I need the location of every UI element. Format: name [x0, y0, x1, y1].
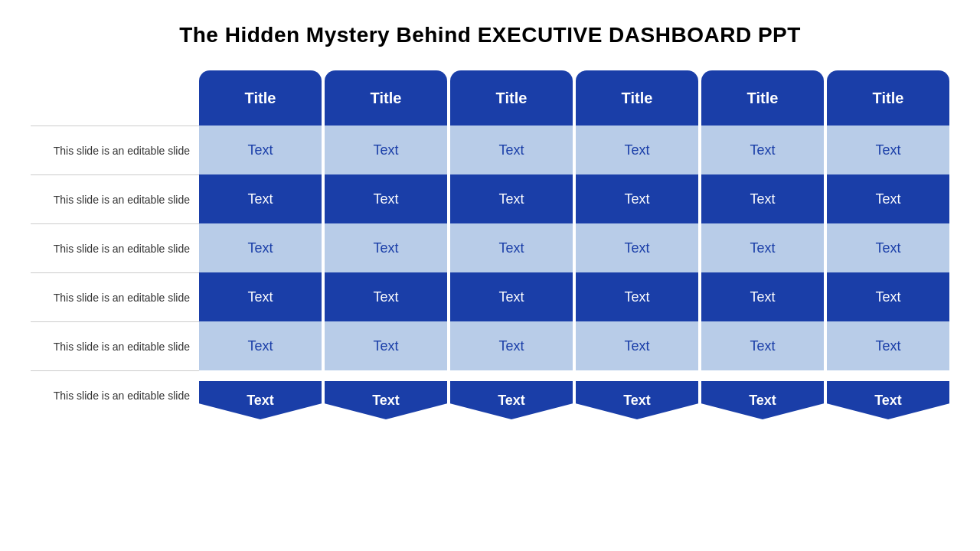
header-row: Title Title Title Title Title Title: [199, 70, 949, 126]
cell-1-3: Text: [576, 174, 698, 223]
data-row-2: Text Text Text Text Text Text: [199, 223, 949, 272]
cell-4-2: Text: [450, 321, 573, 370]
cell-4-5: Text: [827, 321, 949, 370]
arrow-cell-1: Text: [325, 381, 447, 419]
data-row-4: Text Text Text Text Text Text: [199, 321, 949, 370]
page-title: The Hidden Mystery Behind EXECUTIVE DASH…: [179, 23, 801, 47]
cell-3-3: Text: [576, 272, 698, 321]
cell-3-5: Text: [827, 272, 949, 321]
data-row-3: Text Text Text Text Text Text: [199, 272, 949, 321]
cell-0-4: Text: [701, 126, 824, 174]
cell-0-3: Text: [576, 126, 698, 174]
cell-1-1: Text: [325, 174, 447, 223]
cell-4-0: Text: [199, 321, 322, 370]
arrow-cell-0: Text: [199, 381, 322, 419]
cell-0-0: Text: [199, 126, 322, 174]
cell-2-2: Text: [450, 223, 573, 272]
grid-area: Title Title Title Title Title Title Text…: [199, 70, 949, 419]
cell-0-1: Text: [325, 126, 447, 174]
cell-4-4: Text: [701, 321, 824, 370]
label-row: This slide is an editable slide: [31, 174, 199, 223]
header-cell-1: Title: [325, 70, 447, 126]
cell-0-2: Text: [450, 126, 573, 174]
header-cell-3: Title: [576, 70, 698, 126]
cell-1-5: Text: [827, 174, 949, 223]
arrow-cell-5: Text: [827, 381, 949, 419]
data-row-0: Text Text Text Text Text Text: [199, 126, 949, 174]
table-container: This slide is an editable slide This sli…: [31, 70, 949, 419]
cell-3-1: Text: [325, 272, 447, 321]
data-rows: Text Text Text Text Text Text Text Text …: [199, 126, 949, 381]
label-row: This slide is an editable slide: [31, 272, 199, 321]
cell-2-5: Text: [827, 223, 949, 272]
header-cell-2: Title: [450, 70, 573, 126]
cell-2-4: Text: [701, 223, 824, 272]
left-labels: This slide is an editable slide This sli…: [31, 70, 199, 419]
cell-1-2: Text: [450, 174, 573, 223]
arrow-cell-3: Text: [576, 381, 698, 419]
label-row: This slide is an editable slide: [31, 321, 199, 370]
arrow-cell-4: Text: [701, 381, 824, 419]
cell-3-2: Text: [450, 272, 573, 321]
label-row: This slide is an editable slide: [31, 223, 199, 272]
cell-4-3: Text: [576, 321, 698, 370]
cell-0-5: Text: [827, 126, 949, 174]
label-row: This slide is an editable slide: [31, 126, 199, 174]
arrow-cell-2: Text: [450, 381, 573, 419]
page: The Hidden Mystery Behind EXECUTIVE DASH…: [0, 0, 980, 551]
label-row: This slide is an editable slide: [31, 370, 199, 419]
cell-2-0: Text: [199, 223, 322, 272]
cell-3-4: Text: [701, 272, 824, 321]
header-cell-0: Title: [199, 70, 322, 126]
cell-1-4: Text: [701, 174, 824, 223]
cell-3-0: Text: [199, 272, 322, 321]
cell-1-0: Text: [199, 174, 322, 223]
cell-2-1: Text: [325, 223, 447, 272]
header-cell-4: Title: [701, 70, 824, 126]
cell-2-3: Text: [576, 223, 698, 272]
data-row-1: Text Text Text Text Text Text: [199, 174, 949, 223]
arrow-row: TextTextTextTextTextText: [199, 381, 949, 419]
cell-4-1: Text: [325, 321, 447, 370]
header-cell-5: Title: [827, 70, 949, 126]
label-spacer: [31, 70, 199, 126]
